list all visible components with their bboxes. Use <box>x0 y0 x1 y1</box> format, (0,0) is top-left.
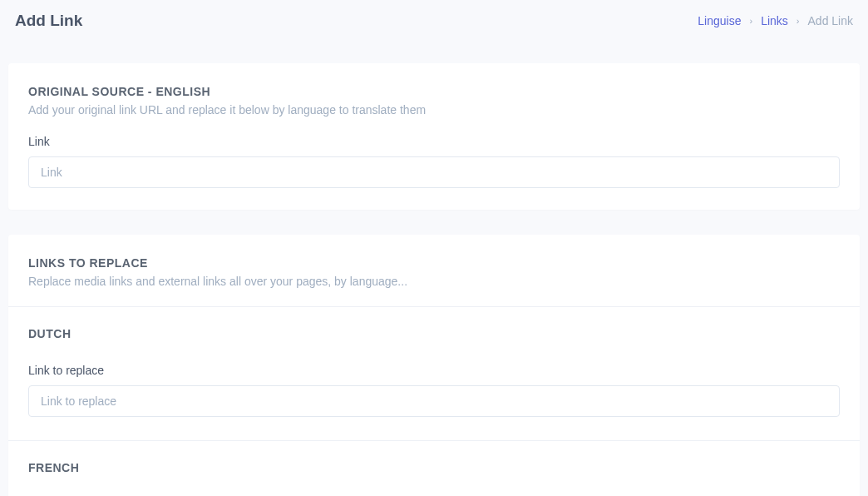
page-title: Add Link <box>15 12 82 30</box>
language-title: FRENCH <box>28 461 840 474</box>
links-to-replace-card: LINKS TO REPLACE Replace media links and… <box>8 235 860 496</box>
breadcrumb-link-links[interactable]: Links <box>761 14 788 27</box>
chevron-right-icon: › <box>796 16 800 26</box>
link-replace-input-dutch[interactable] <box>28 385 840 417</box>
card-inner: ORIGINAL SOURCE - ENGLISH Add your origi… <box>8 63 860 210</box>
replace-section-title: LINKS TO REPLACE <box>28 256 840 270</box>
link-input[interactable] <box>28 156 840 188</box>
breadcrumb: Linguise › Links › Add Link <box>698 14 853 27</box>
page-header: Add Link Linguise › Links › Add Link <box>0 0 868 38</box>
content: ORIGINAL SOURCE - ENGLISH Add your origi… <box>0 63 868 496</box>
breadcrumb-current: Add Link <box>808 14 853 27</box>
link-label: Link <box>28 135 840 148</box>
source-section-desc: Add your original link URL and replace i… <box>28 103 840 117</box>
language-section-french: FRENCH <box>8 440 860 496</box>
replace-section-desc: Replace media links and external links a… <box>28 275 840 288</box>
chevron-right-icon: › <box>749 16 752 26</box>
link-replace-label: Link to replace <box>28 364 840 377</box>
card-header: LINKS TO REPLACE Replace media links and… <box>8 235 860 306</box>
language-title: DUTCH <box>28 327 840 340</box>
original-source-card: ORIGINAL SOURCE - ENGLISH Add your origi… <box>8 63 860 210</box>
breadcrumb-link-linguise[interactable]: Linguise <box>698 14 741 27</box>
source-section-title: ORIGINAL SOURCE - ENGLISH <box>28 85 840 98</box>
language-section-dutch: DUTCH Link to replace <box>8 306 860 440</box>
